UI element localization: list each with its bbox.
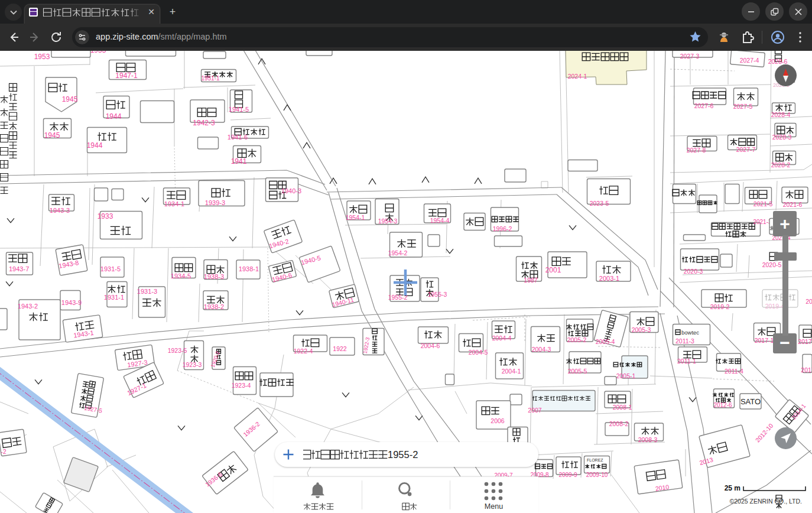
- svg-text:25 m: 25 m: [725, 484, 740, 492]
- svg-text:1954-2: 1954-2: [388, 249, 408, 256]
- svg-text:2021-6: 2021-6: [783, 201, 803, 208]
- svg-text:2008-2: 2008-2: [609, 420, 629, 427]
- svg-text:©2025 ZENRIN CO., LTD.: ©2025 ZENRIN CO., LTD.: [730, 498, 803, 505]
- svg-text:2006: 2006: [491, 417, 505, 424]
- svg-text:2011-1: 2011-1: [677, 358, 696, 365]
- svg-text:1938-3: 1938-3: [204, 273, 224, 280]
- svg-text:1943-7: 1943-7: [9, 265, 29, 272]
- svg-text:1987: 1987: [524, 277, 538, 284]
- svg-text:1922: 1922: [333, 345, 347, 352]
- svg-text:2005-3: 2005-3: [632, 326, 651, 333]
- svg-text:2020-5: 2020-5: [762, 261, 782, 268]
- svg-text:1943-3: 1943-3: [50, 207, 70, 214]
- svg-text:FLOREZ: FLOREZ: [587, 458, 603, 462]
- svg-text:1953: 1953: [34, 53, 50, 61]
- svg-text:1996-2: 1996-2: [493, 225, 512, 232]
- svg-text:1923-4: 1923-4: [232, 382, 251, 389]
- svg-text:1923-3: 1923-3: [183, 361, 202, 368]
- svg-text:1938-1: 1938-1: [239, 265, 259, 272]
- svg-text:1941-6: 1941-6: [228, 134, 248, 141]
- svg-text:1954-1: 1954-1: [346, 214, 365, 221]
- svg-text:2004-5: 2004-5: [469, 349, 488, 356]
- svg-text:2019-2: 2019-2: [710, 303, 730, 310]
- svg-text:2023-5: 2023-5: [590, 200, 609, 207]
- svg-text:2028-2: 2028-2: [771, 161, 791, 168]
- svg-text:2001: 2001: [545, 266, 561, 274]
- svg-text:2011-4: 2011-4: [725, 368, 743, 375]
- svg-text:2009-9: 2009-9: [558, 472, 577, 478]
- svg-text:1955-3: 1955-3: [428, 291, 447, 298]
- svg-text:1940-3: 1940-3: [281, 187, 301, 194]
- svg-text:1934-1: 1934-1: [164, 200, 184, 207]
- svg-text:20: 20: [805, 298, 812, 305]
- svg-text:1953: 1953: [90, 51, 106, 54]
- svg-text:1939-3: 1939-3: [205, 199, 225, 206]
- svg-text:1945: 1945: [62, 95, 78, 103]
- svg-text:2005-4: 2005-4: [596, 338, 615, 345]
- svg-text:2019-4: 2019-4: [765, 303, 785, 310]
- svg-text:1941-5: 1941-5: [229, 106, 249, 113]
- svg-text:2005-1: 2005-1: [616, 372, 636, 379]
- svg-text:2007: 2007: [528, 407, 542, 414]
- svg-text:2027-8: 2027-8: [687, 147, 706, 154]
- svg-text:1941: 1941: [231, 157, 247, 165]
- svg-text:1944: 1944: [87, 141, 103, 150]
- svg-text:2003-1: 2003-1: [599, 275, 619, 282]
- svg-text:2008-1: 2008-1: [613, 404, 632, 411]
- svg-text:1931-3: 1931-3: [137, 288, 157, 295]
- svg-text:1955-2: 1955-2: [388, 449, 418, 460]
- svg-text:2021-3: 2021-3: [753, 219, 772, 225]
- svg-text:1954-4: 1954-4: [430, 217, 450, 224]
- svg-text:2017-1: 2017-1: [755, 337, 774, 344]
- svg-text:1943-2: 1943-2: [18, 303, 38, 310]
- svg-text:2027-4: 2027-4: [740, 57, 759, 64]
- svg-text:2027-7: 2027-7: [736, 146, 756, 153]
- svg-text:2004-6: 2004-6: [421, 342, 440, 349]
- svg-text:1923-5: 1923-5: [168, 347, 187, 354]
- svg-text:2027-3: 2027-3: [680, 53, 700, 60]
- svg-text:1947-1: 1947-1: [115, 72, 138, 80]
- svg-text:2005-5: 2005-5: [568, 368, 587, 375]
- svg-text:2005-2: 2005-2: [567, 336, 587, 343]
- svg-text:2028-4: 2028-4: [771, 111, 791, 118]
- svg-text:2017: 2017: [798, 338, 812, 345]
- svg-text:1942-3: 1942-3: [193, 119, 215, 127]
- svg-text:2004-1: 2004-1: [502, 368, 521, 375]
- svg-text:2012-6: 2012-6: [713, 402, 732, 408]
- svg-text:2017: 2017: [801, 366, 812, 374]
- svg-text:1944: 1944: [106, 112, 122, 121]
- svg-text:1938-2: 1938-2: [204, 303, 224, 310]
- svg-text:2008-3: 2008-3: [638, 436, 658, 443]
- svg-text:2004-4: 2004-4: [492, 335, 512, 342]
- svg-text:1934-5: 1934-5: [171, 272, 191, 280]
- svg-text:2004-3: 2004-3: [532, 346, 551, 353]
- svg-text:-2: -2: [1, 449, 7, 455]
- svg-text:1954-3: 1954-3: [378, 217, 398, 225]
- svg-text:2011-3: 2011-3: [675, 337, 694, 345]
- svg-text:1922-4: 1922-4: [294, 348, 313, 355]
- svg-text:2020-3: 2020-3: [684, 268, 703, 275]
- svg-text:2009-10: 2009-10: [586, 472, 608, 478]
- svg-text:1931-1: 1931-1: [104, 294, 124, 301]
- svg-text:2027-5: 2027-5: [733, 103, 753, 110]
- svg-text:2027-6: 2027-6: [694, 102, 714, 109]
- svg-text:1931-5: 1931-5: [100, 265, 121, 272]
- svg-text:1945: 1945: [44, 131, 60, 139]
- svg-text:2028-3: 2028-3: [772, 134, 792, 141]
- svg-text:bowtec: bowtec: [681, 329, 699, 336]
- svg-text:1951-1: 1951-1: [201, 75, 220, 82]
- svg-text:SATO: SATO: [740, 397, 761, 406]
- svg-text:2021-5: 2021-5: [753, 200, 773, 207]
- svg-text:1933: 1933: [98, 212, 113, 220]
- svg-text:2024-1: 2024-1: [568, 73, 587, 80]
- svg-text:1943-9: 1943-9: [61, 299, 82, 306]
